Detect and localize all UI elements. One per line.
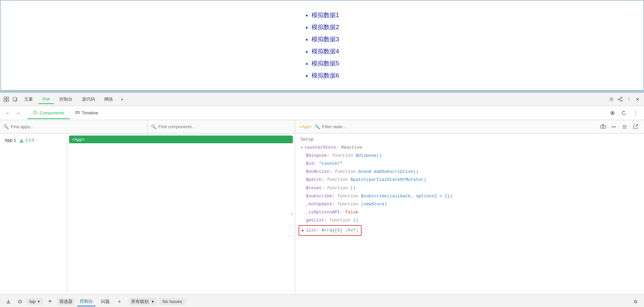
- top-context-indicator[interactable]: top ▼: [27, 298, 43, 305]
- vue-subtabs-bar: ← → Components Timeline: [0, 106, 644, 120]
- import-icon[interactable]: [4, 297, 13, 306]
- level-filter-selector[interactable]: 所有级别 ▼: [129, 298, 157, 306]
- tab-elements[interactable]: 元素: [20, 94, 37, 104]
- tab-source[interactable]: 源代码: [78, 94, 99, 104]
- setup-label: Setup: [301, 136, 314, 143]
- tab-vue[interactable]: Vue: [38, 94, 54, 104]
- left-content: App 1 3.3.4: [0, 134, 295, 294]
- find-apps-input[interactable]: [11, 124, 144, 129]
- find-apps-search: 🔍: [0, 120, 148, 133]
- back-button[interactable]: ←: [4, 109, 12, 117]
- counter-store-value: Reactive: [341, 144, 362, 151]
- list-line-highlighted[interactable]: ▶ list: Array[6] (Ref): [299, 225, 362, 236]
- forward-button[interactable]: →: [14, 109, 22, 117]
- tab-network[interactable]: 网络: [100, 94, 117, 104]
- level-label: 所有级别: [131, 299, 149, 305]
- list-item: 模拟数据3: [312, 33, 339, 45]
- devtools-settings-icon[interactable]: [608, 96, 615, 103]
- filter-state-input[interactable]: [322, 124, 378, 129]
- record-screenshot-icon[interactable]: [608, 108, 617, 118]
- subtab-timeline[interactable]: Timeline: [70, 107, 104, 119]
- reset-line: $reset: function (): [295, 184, 644, 192]
- app-component-name: <App>: [72, 137, 85, 142]
- patch-name: $patch(partialStateOrMutator): [351, 176, 426, 184]
- svg-rect-0: [4, 97, 6, 99]
- copy-icon[interactable]: [11, 96, 19, 103]
- code-editor-icon[interactable]: <>: [609, 122, 619, 132]
- list-item: 模拟数据6: [312, 69, 339, 82]
- component-tree: <App> ‹: [67, 134, 295, 294]
- svg-rect-21: [601, 125, 605, 129]
- add-tab-icon[interactable]: +: [118, 96, 126, 103]
- inspect-element-icon[interactable]: [3, 96, 10, 103]
- list-toggle[interactable]: ▶: [302, 227, 306, 234]
- svg-point-22: [602, 126, 604, 127]
- expand-list-icon[interactable]: [620, 122, 629, 132]
- hot-update-line: _hotUpdate: function (newStore): [295, 200, 644, 208]
- list-value: Array[6]: [322, 227, 342, 234]
- svg-rect-1: [4, 100, 6, 102]
- id-value: "counter": [319, 160, 342, 167]
- subtab-timeline-label: Timeline: [82, 110, 98, 115]
- browser-content: 模拟数据1模拟数据2模拟数据3模拟数据4模拟数据5模拟数据6: [305, 9, 339, 82]
- on-action-keyword: function: [335, 168, 356, 175]
- list-key: list:: [306, 227, 319, 234]
- find-components-search-icon: 🔍: [151, 124, 156, 129]
- filter-selector[interactable]: 筛选器: [57, 298, 74, 306]
- app-version-text: 3.3.4: [25, 138, 34, 143]
- patch-line: $patch: function $patch(partialStateOrMu…: [295, 176, 644, 184]
- find-apps-search-icon: 🔍: [3, 124, 9, 129]
- subscribe-keyword: function: [337, 193, 358, 200]
- search-bars: 🔍 🔍: [0, 120, 295, 134]
- state-tree: Setup ▾ counterStore: Reactive $dispose:…: [295, 134, 644, 294]
- tab-console[interactable]: 控制台: [55, 94, 76, 104]
- is-options-api-value: false: [345, 209, 358, 216]
- panel-collapse-handle[interactable]: ‹: [289, 211, 295, 217]
- add-tab-icon[interactable]: +: [115, 297, 124, 306]
- svg-point-6: [611, 98, 612, 100]
- list-item: 模拟数据1: [312, 9, 339, 21]
- hot-update-name: (newStore): [361, 201, 387, 208]
- app-item-version: 3.3.4: [19, 138, 34, 143]
- bottom-tab-console[interactable]: 控制台: [77, 297, 96, 306]
- subscribe-name: $subscribe(callback, options2 = {}): [361, 193, 452, 200]
- refresh-icon[interactable]: [619, 108, 629, 118]
- app-item[interactable]: App 1 3.3.4: [0, 136, 67, 145]
- get-list-key: getList:: [306, 217, 327, 224]
- more-options-icon[interactable]: ⋮: [631, 108, 640, 118]
- filter-label: 筛选器: [59, 299, 72, 305]
- right-panel-header: <App> 🔍 <>: [295, 120, 644, 134]
- app-item-name: App 1: [5, 138, 16, 143]
- dispose-line: $dispose: function $dispose(): [295, 152, 644, 160]
- patch-keyword: function: [327, 176, 347, 184]
- devtools-share-icon[interactable]: [616, 96, 624, 103]
- bottom-settings-icon[interactable]: ⚙: [631, 297, 640, 306]
- bottom-right-actions: ⚙: [631, 297, 640, 306]
- find-components-input[interactable]: [158, 124, 291, 129]
- app-component-item[interactable]: <App>: [69, 136, 293, 143]
- counter-store-toggle[interactable]: ▾: [301, 145, 305, 151]
- top-label: top: [30, 299, 36, 304]
- filter-search-icon: 🔍: [315, 124, 320, 129]
- svg-rect-2: [7, 97, 9, 99]
- dispose-name: $dispose(): [356, 152, 382, 159]
- devtools-more-icon[interactable]: ⋮: [625, 96, 633, 103]
- svg-point-7: [618, 99, 620, 100]
- top-dropdown-arrow: ▼: [37, 300, 41, 304]
- svg-line-11: [620, 100, 621, 101]
- right-panel: <App> 🔍 <>: [295, 120, 644, 294]
- devtools-close-icon[interactable]: ✕: [634, 96, 641, 103]
- devtools-main-content: 🔍 🔍 App 1: [0, 120, 644, 294]
- left-panel: 🔍 🔍 App 1: [0, 120, 295, 294]
- no-issues-badge: No Issues: [159, 298, 185, 305]
- eye-filter-icon[interactable]: 👁: [46, 297, 55, 306]
- open-editor-icon[interactable]: [631, 122, 640, 132]
- counter-store-line[interactable]: ▾ counterStore: Reactive: [295, 144, 644, 152]
- subscribe-key: $subscribe:: [306, 193, 335, 200]
- component-tag: <App>: [299, 124, 312, 129]
- block-icon[interactable]: ⊘: [15, 297, 24, 306]
- subtab-components-label: Components: [40, 110, 64, 115]
- take-screenshot-icon[interactable]: [598, 122, 608, 132]
- bottom-tab-issues[interactable]: 问题: [98, 297, 112, 306]
- subtab-components[interactable]: Components: [28, 107, 70, 119]
